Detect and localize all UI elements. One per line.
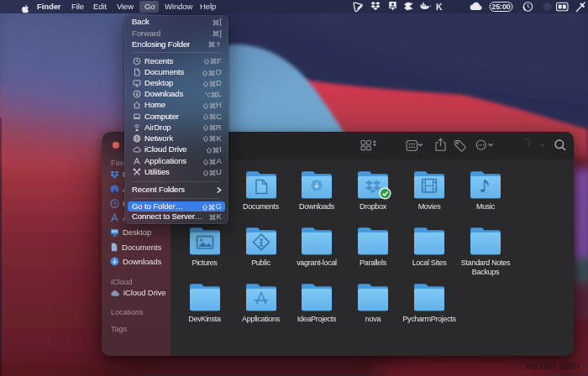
svg-text:25:00: 25:00	[491, 3, 511, 11]
svg-text:K: K	[436, 2, 443, 12]
